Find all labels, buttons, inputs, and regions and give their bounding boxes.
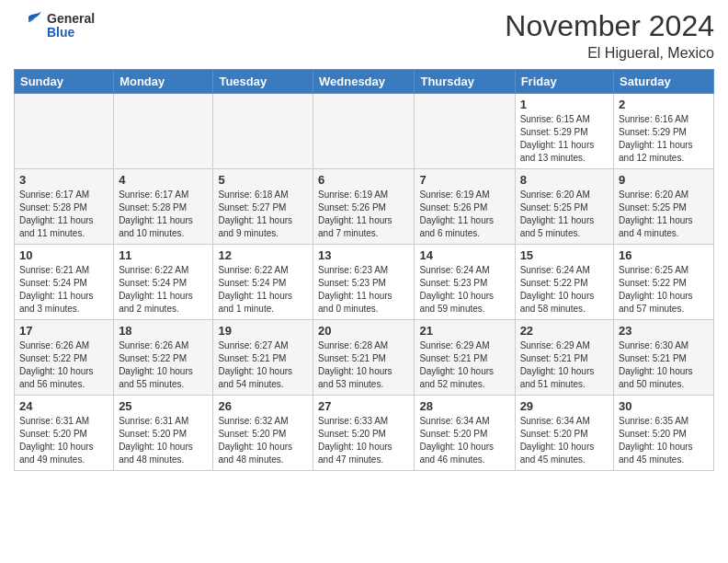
header-tuesday: Tuesday xyxy=(213,70,313,94)
header: General Blue November 2024 El Higueral, … xyxy=(14,9,714,62)
calendar-cell xyxy=(213,94,313,169)
day-number: 3 xyxy=(19,173,108,187)
day-number: 19 xyxy=(218,324,308,338)
day-info: Sunrise: 6:22 AMSunset: 5:24 PMDaylight:… xyxy=(218,264,308,316)
calendar-cell: 22Sunrise: 6:29 AMSunset: 5:21 PMDayligh… xyxy=(515,320,613,396)
calendar-cell: 9Sunrise: 6:20 AMSunset: 5:25 PMDaylight… xyxy=(614,169,714,245)
day-number: 4 xyxy=(119,173,208,187)
calendar-cell: 3Sunrise: 6:17 AMSunset: 5:28 PMDaylight… xyxy=(15,169,114,245)
header-monday: Monday xyxy=(114,70,213,94)
day-info: Sunrise: 6:23 AMSunset: 5:23 PMDaylight:… xyxy=(318,264,409,316)
calendar-table: Sunday Monday Tuesday Wednesday Thursday… xyxy=(14,69,714,471)
day-info: Sunrise: 6:19 AMSunset: 5:26 PMDaylight:… xyxy=(419,189,509,240)
calendar-week-2: 3Sunrise: 6:17 AMSunset: 5:28 PMDaylight… xyxy=(15,169,714,245)
day-info: Sunrise: 6:20 AMSunset: 5:25 PMDaylight:… xyxy=(619,189,709,240)
calendar-cell: 27Sunrise: 6:33 AMSunset: 5:20 PMDayligh… xyxy=(313,396,415,471)
calendar-cell xyxy=(15,94,114,169)
day-info: Sunrise: 6:34 AMSunset: 5:20 PMDaylight:… xyxy=(419,415,509,466)
title-section: November 2024 El Higueral, Mexico xyxy=(505,9,714,62)
day-info: Sunrise: 6:22 AMSunset: 5:24 PMDaylight:… xyxy=(119,264,208,316)
calendar-cell: 12Sunrise: 6:22 AMSunset: 5:24 PMDayligh… xyxy=(213,245,313,320)
day-number: 14 xyxy=(419,248,509,262)
calendar-cell: 18Sunrise: 6:26 AMSunset: 5:22 PMDayligh… xyxy=(114,320,213,396)
day-info: Sunrise: 6:33 AMSunset: 5:20 PMDaylight:… xyxy=(318,415,409,466)
day-number: 9 xyxy=(619,173,709,187)
calendar-cell: 24Sunrise: 6:31 AMSunset: 5:20 PMDayligh… xyxy=(15,396,114,471)
day-number: 5 xyxy=(218,173,308,187)
day-info: Sunrise: 6:21 AMSunset: 5:24 PMDaylight:… xyxy=(19,264,108,316)
logo-blue: Blue xyxy=(47,26,95,40)
calendar-cell: 16Sunrise: 6:25 AMSunset: 5:22 PMDayligh… xyxy=(614,245,714,320)
page: General Blue November 2024 El Higueral, … xyxy=(0,0,728,563)
day-info: Sunrise: 6:34 AMSunset: 5:20 PMDaylight:… xyxy=(520,415,609,466)
day-info: Sunrise: 6:31 AMSunset: 5:20 PMDaylight:… xyxy=(19,415,108,466)
day-number: 11 xyxy=(119,248,208,262)
calendar-cell: 20Sunrise: 6:28 AMSunset: 5:21 PMDayligh… xyxy=(313,320,415,396)
day-number: 18 xyxy=(119,324,208,338)
calendar-cell: 6Sunrise: 6:19 AMSunset: 5:26 PMDaylight… xyxy=(313,169,415,245)
day-info: Sunrise: 6:18 AMSunset: 5:27 PMDaylight:… xyxy=(218,189,308,240)
calendar-cell: 15Sunrise: 6:24 AMSunset: 5:22 PMDayligh… xyxy=(515,245,613,320)
location: El Higueral, Mexico xyxy=(505,45,714,62)
header-thursday: Thursday xyxy=(415,70,515,94)
day-number: 30 xyxy=(619,399,709,413)
calendar-cell: 21Sunrise: 6:29 AMSunset: 5:21 PMDayligh… xyxy=(415,320,515,396)
day-info: Sunrise: 6:35 AMSunset: 5:20 PMDaylight:… xyxy=(619,415,709,466)
day-info: Sunrise: 6:17 AMSunset: 5:28 PMDaylight:… xyxy=(19,189,108,240)
day-info: Sunrise: 6:24 AMSunset: 5:23 PMDaylight:… xyxy=(419,264,509,316)
day-number: 12 xyxy=(218,248,308,262)
header-wednesday: Wednesday xyxy=(313,70,415,94)
day-info: Sunrise: 6:29 AMSunset: 5:21 PMDaylight:… xyxy=(419,339,509,391)
calendar-week-3: 10Sunrise: 6:21 AMSunset: 5:24 PMDayligh… xyxy=(15,245,714,320)
day-number: 26 xyxy=(218,399,308,413)
calendar-cell: 7Sunrise: 6:19 AMSunset: 5:26 PMDaylight… xyxy=(415,169,515,245)
calendar-cell xyxy=(415,94,515,169)
calendar-cell: 2Sunrise: 6:16 AMSunset: 5:29 PMDaylight… xyxy=(614,94,714,169)
day-number: 25 xyxy=(119,399,208,413)
calendar-cell: 4Sunrise: 6:17 AMSunset: 5:28 PMDaylight… xyxy=(114,169,213,245)
calendar-cell: 10Sunrise: 6:21 AMSunset: 5:24 PMDayligh… xyxy=(15,245,114,320)
calendar-cell: 5Sunrise: 6:18 AMSunset: 5:27 PMDaylight… xyxy=(213,169,313,245)
day-info: Sunrise: 6:20 AMSunset: 5:25 PMDaylight:… xyxy=(520,189,609,240)
day-number: 2 xyxy=(619,98,709,111)
calendar-cell: 19Sunrise: 6:27 AMSunset: 5:21 PMDayligh… xyxy=(213,320,313,396)
calendar-cell: 8Sunrise: 6:20 AMSunset: 5:25 PMDaylight… xyxy=(515,169,613,245)
day-number: 10 xyxy=(19,248,108,262)
day-info: Sunrise: 6:17 AMSunset: 5:28 PMDaylight:… xyxy=(119,189,208,240)
day-info: Sunrise: 6:26 AMSunset: 5:22 PMDaylight:… xyxy=(119,339,208,391)
calendar-header-row: Sunday Monday Tuesday Wednesday Thursday… xyxy=(15,70,714,94)
day-number: 8 xyxy=(520,173,609,187)
day-number: 22 xyxy=(520,324,609,338)
month-title: November 2024 xyxy=(505,9,714,43)
day-number: 15 xyxy=(520,248,609,262)
day-number: 28 xyxy=(419,399,509,413)
calendar-cell: 30Sunrise: 6:35 AMSunset: 5:20 PMDayligh… xyxy=(614,396,714,471)
calendar-cell xyxy=(313,94,415,169)
calendar-cell: 17Sunrise: 6:26 AMSunset: 5:22 PMDayligh… xyxy=(15,320,114,396)
logo: General Blue xyxy=(14,9,95,42)
calendar-cell: 13Sunrise: 6:23 AMSunset: 5:23 PMDayligh… xyxy=(313,245,415,320)
calendar-cell xyxy=(114,94,213,169)
day-number: 13 xyxy=(318,248,409,262)
calendar-cell: 14Sunrise: 6:24 AMSunset: 5:23 PMDayligh… xyxy=(415,245,515,320)
day-info: Sunrise: 6:16 AMSunset: 5:29 PMDaylight:… xyxy=(619,113,709,165)
day-number: 6 xyxy=(318,173,409,187)
day-number: 21 xyxy=(419,324,509,338)
calendar-cell: 25Sunrise: 6:31 AMSunset: 5:20 PMDayligh… xyxy=(114,396,213,471)
calendar-cell: 23Sunrise: 6:30 AMSunset: 5:21 PMDayligh… xyxy=(614,320,714,396)
header-saturday: Saturday xyxy=(614,70,714,94)
day-info: Sunrise: 6:24 AMSunset: 5:22 PMDaylight:… xyxy=(520,264,609,316)
day-info: Sunrise: 6:30 AMSunset: 5:21 PMDaylight:… xyxy=(619,339,709,391)
day-number: 17 xyxy=(19,324,108,338)
day-number: 23 xyxy=(619,324,709,338)
day-number: 27 xyxy=(318,399,409,413)
calendar-cell: 29Sunrise: 6:34 AMSunset: 5:20 PMDayligh… xyxy=(515,396,613,471)
day-info: Sunrise: 6:29 AMSunset: 5:21 PMDaylight:… xyxy=(520,339,609,391)
logo-bird-icon xyxy=(14,9,43,39)
day-number: 1 xyxy=(520,98,609,111)
calendar-week-4: 17Sunrise: 6:26 AMSunset: 5:22 PMDayligh… xyxy=(15,320,714,396)
logo-general: General xyxy=(47,12,95,26)
day-number: 29 xyxy=(520,399,609,413)
day-number: 16 xyxy=(619,248,709,262)
day-number: 24 xyxy=(19,399,108,413)
